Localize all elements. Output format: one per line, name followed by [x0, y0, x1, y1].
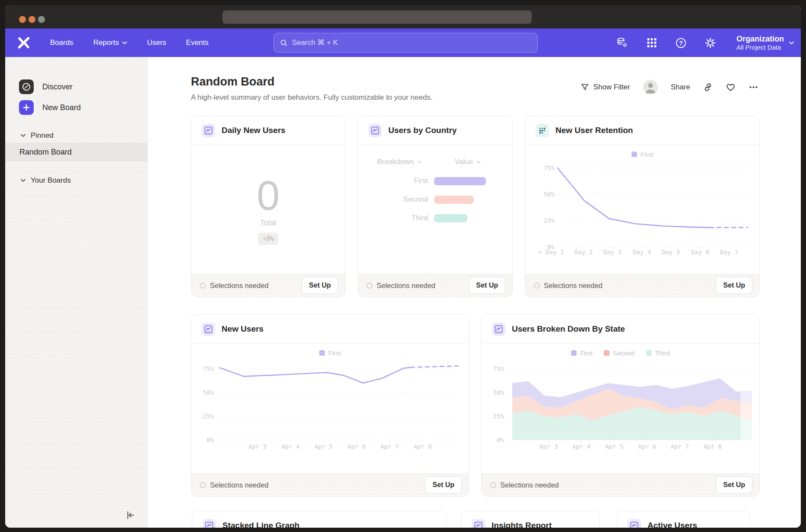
board-actions: Show Filter Share — [581, 79, 758, 96]
org-project: All Project Data — [736, 44, 784, 51]
card-users-by-state: Users Broken Down By State First Second … — [481, 314, 760, 497]
svg-text:< Day 1: < Day 1 — [538, 249, 564, 256]
svg-text:Day 2: Day 2 — [574, 249, 593, 256]
card-title: Users Broken Down By State — [512, 324, 625, 334]
svg-text:Day 7: Day 7 — [720, 249, 738, 256]
svg-text:75%: 75% — [203, 365, 214, 372]
svg-text:25%: 25% — [493, 413, 505, 420]
sidebar-section-your-boards[interactable]: Your Boards — [5, 174, 147, 187]
status-text: Selections needed — [210, 481, 269, 489]
chevron-down-icon — [789, 41, 794, 44]
set-up-button[interactable]: Set Up — [469, 277, 505, 294]
copy-link-icon[interactable] — [703, 82, 713, 92]
settings-gear-icon[interactable] — [704, 37, 717, 49]
global-search[interactable] — [273, 33, 538, 53]
collapse-sidebar-icon[interactable] — [125, 510, 136, 521]
status-text: Selections needed — [544, 282, 603, 290]
share-button[interactable]: Share — [671, 83, 690, 92]
card-title: Users by Country — [388, 126, 457, 135]
legend-swatch — [646, 350, 652, 356]
favorite-heart-icon[interactable] — [726, 82, 736, 92]
svg-text:Apr 7: Apr 7 — [671, 443, 689, 450]
line-chart-icon — [202, 323, 215, 336]
sidebar-item-discover[interactable]: Discover — [5, 78, 147, 96]
data-management-icon[interactable] — [616, 37, 628, 49]
set-up-button[interactable]: Set Up — [716, 476, 752, 494]
chart-legend: First — [525, 151, 759, 158]
card-title: New User Retention — [555, 126, 633, 135]
legend-swatch — [604, 350, 609, 356]
card-new-users: New Users First 75%50%25%0%Apr 3Apr 4Apr… — [191, 314, 469, 497]
sidebar-item-label: Random Board — [19, 148, 72, 157]
avatar[interactable] — [643, 80, 658, 95]
card-footer: Selections needed Set Up — [482, 473, 759, 496]
chevron-down-icon — [21, 134, 25, 137]
chevron-down-icon — [417, 161, 422, 163]
svg-text:50%: 50% — [203, 389, 214, 396]
card-title: New Users — [222, 324, 263, 334]
svg-text:Day 3: Day 3 — [603, 249, 622, 256]
value-dropdown[interactable]: Value — [455, 158, 481, 166]
card-title: Daily New Users — [222, 126, 286, 135]
search-input[interactable] — [292, 38, 531, 47]
browser-url-bar[interactable] — [222, 10, 532, 24]
svg-text:Apr 3: Apr 3 — [248, 443, 267, 450]
svg-text:Apr 5: Apr 5 — [314, 443, 333, 450]
set-up-button[interactable]: Set Up — [716, 277, 752, 294]
svg-text:Apr 6: Apr 6 — [347, 443, 365, 450]
sidebar-section-pinned[interactable]: Pinned — [5, 130, 147, 142]
chart-legend: First — [191, 349, 469, 357]
status-circle-icon — [534, 283, 539, 288]
search-icon — [280, 39, 288, 47]
page-subtitle: A high-level summary of user behaviors. … — [191, 93, 432, 102]
svg-text:25%: 25% — [203, 413, 214, 420]
window-zoom-button[interactable] — [38, 16, 45, 23]
line-chart-icon — [628, 519, 641, 528]
window-titlebar — [5, 5, 801, 28]
legend-swatch — [319, 350, 325, 356]
nav-item-users[interactable]: Users — [147, 38, 166, 47]
card-footer: Selections needed Set Up — [191, 473, 469, 496]
metric-label: Total — [260, 218, 276, 228]
help-icon[interactable]: ? — [675, 37, 687, 49]
line-chart-icon — [492, 323, 505, 336]
section-label: Your Boards — [31, 176, 71, 185]
card-daily-new-users: Daily New Users 0 Total ↑0% Selections n… — [191, 116, 346, 297]
status-circle-icon — [367, 283, 372, 288]
bar-first — [434, 177, 486, 185]
bar-row: Second — [358, 195, 512, 204]
nav-item-reports[interactable]: Reports — [93, 38, 127, 47]
org-switcher[interactable]: Organization All Project Data — [736, 34, 794, 52]
sidebar-item-random-board[interactable]: Random Board — [5, 142, 147, 162]
top-nav: Boards Reports Users Events — [5, 28, 801, 57]
main-content: Random Board A high-level summary of use… — [148, 57, 801, 528]
retention-chart: 75%50%25%0%< Day 1Day 2Day 3Day 4Day 5Da… — [536, 158, 752, 262]
svg-text:Apr 4: Apr 4 — [572, 443, 590, 450]
filter-funnel-icon — [581, 83, 589, 92]
sidebar-item-label: New Board — [42, 103, 81, 112]
chevron-down-icon — [21, 179, 25, 182]
svg-text:25%: 25% — [544, 217, 555, 224]
sidebar-item-new-board[interactable]: New Board — [5, 98, 147, 117]
svg-text:50%: 50% — [493, 389, 505, 396]
line-chart-icon — [472, 519, 485, 528]
mixpanel-logo[interactable] — [17, 36, 30, 49]
app-window: Boards Reports Users Events — [5, 5, 801, 528]
show-filter-button[interactable]: Show Filter — [581, 83, 630, 92]
status-circle-icon — [490, 482, 496, 488]
set-up-button[interactable]: Set Up — [425, 476, 462, 494]
set-up-button[interactable]: Set Up — [301, 277, 338, 294]
card-users-by-country: Users by Country Breakdown Value First — [358, 116, 513, 297]
svg-text:Day 4: Day 4 — [633, 249, 651, 256]
card-insights-report: Insights Report — [461, 511, 600, 528]
nav-item-boards[interactable]: Boards — [50, 38, 73, 47]
bar-second — [434, 196, 474, 204]
more-options-icon[interactable] — [749, 82, 758, 92]
apps-grid-icon[interactable] — [646, 37, 658, 49]
window-minimize-button[interactable] — [29, 16, 35, 23]
window-close-button[interactable] — [19, 16, 26, 23]
breakdown-dropdown[interactable]: Breakdown — [377, 158, 422, 166]
legend-swatch — [571, 350, 577, 356]
nav-item-events[interactable]: Events — [186, 38, 209, 47]
svg-text:Apr 3: Apr 3 — [539, 443, 558, 450]
